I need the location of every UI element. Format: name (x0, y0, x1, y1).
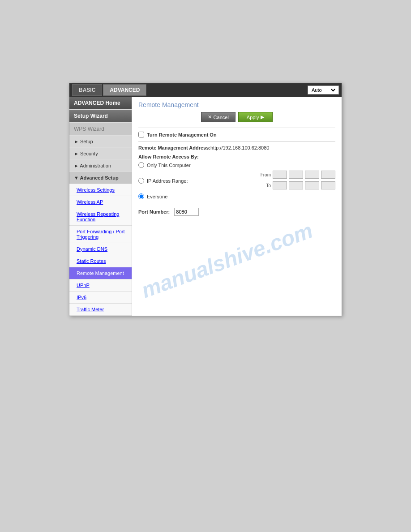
to-ip-4[interactable] (321, 181, 335, 189)
from-ip-4[interactable] (321, 171, 335, 179)
to-ip-2[interactable] (289, 181, 303, 189)
page-title: Remote Management (138, 101, 335, 108)
to-row: To (258, 181, 335, 189)
x-icon: ✕ (208, 114, 212, 120)
tab-bar: BASIC ADVANCED Auto English French Germa… (69, 83, 342, 97)
arrow-icon: ▶ (261, 114, 264, 120)
content-area: Remote Management ✕ Cancel Apply ▶ Turn … (132, 97, 342, 316)
sidebar-item-security[interactable]: ► Security (69, 148, 132, 160)
sidebar-item-advanced-home[interactable]: ADVANCED Home (69, 97, 132, 110)
sidebar-sub-ipv6[interactable]: IPv6 (69, 292, 132, 304)
sidebar-sub-dynamic-dns[interactable]: Dynamic DNS (69, 243, 132, 255)
ip-range-radio-row: IP Address Range: From To (138, 171, 335, 191)
cancel-label: Cancel (214, 115, 229, 120)
tab-basic[interactable]: BASIC (72, 84, 102, 96)
sidebar-item-administration[interactable]: ► Administration (69, 160, 132, 172)
from-ip-3[interactable] (305, 171, 319, 179)
sidebar-sub-wireless-repeating[interactable]: Wireless Repeating Function (69, 208, 132, 226)
port-input[interactable] (174, 208, 199, 216)
form-section: Turn Remote Management On Remote Managem… (138, 128, 335, 199)
tab-advanced[interactable]: ADVANCED (103, 84, 146, 96)
ip-range-radio[interactable] (138, 178, 144, 184)
from-ip-1[interactable] (273, 171, 287, 179)
sidebar-item-wps-wizard: WPS Wizard (69, 123, 132, 136)
from-row: From (258, 171, 335, 179)
remote-address-row: Remote Management Address: http://192.16… (138, 145, 335, 150)
ip-range-label: IP Address Range: (147, 178, 188, 184)
sidebar-item-setup-wizard[interactable]: Setup Wizard (69, 110, 132, 123)
watermark: manualshive.com (138, 218, 316, 302)
sidebar-sub-remote-management[interactable]: Remote Management (69, 267, 132, 279)
only-computer-label: Only This Computer (147, 163, 191, 168)
sidebar-sub-wireless-ap[interactable]: Wireless AP (69, 196, 132, 208)
everyone-row: Everyone (138, 193, 335, 199)
lang-dropdown[interactable]: Auto English French German (310, 87, 337, 93)
port-section: Port Number: (138, 204, 335, 216)
sidebar-item-setup[interactable]: ► Setup (69, 136, 132, 148)
port-label: Port Number: (138, 209, 170, 215)
everyone-label: Everyone (147, 194, 167, 199)
sidebar-sub-port-forwarding[interactable]: Port Forwarding / Port Triggering (69, 226, 132, 243)
sidebar-sub-upnp[interactable]: UPnP (69, 279, 132, 292)
cancel-button[interactable]: ✕ Cancel (201, 112, 235, 122)
sidebar-sub-static-routes[interactable]: Static Routes (69, 255, 132, 267)
lang-select-container[interactable]: Auto English French German (308, 86, 339, 94)
to-ip-3[interactable] (305, 181, 319, 189)
sidebar: ADVANCED Home Setup Wizard WPS Wizard ► … (69, 97, 132, 316)
from-ip-2[interactable] (289, 171, 303, 179)
remote-address-label: Remote Management Address: (138, 145, 210, 150)
to-ip-1[interactable] (273, 181, 287, 189)
main-layout: ADVANCED Home Setup Wizard WPS Wizard ► … (69, 97, 342, 316)
turn-remote-row: Turn Remote Management On (138, 132, 335, 142)
sidebar-sub-traffic-meter[interactable]: Traffic Meter (69, 304, 132, 316)
turn-remote-label: Turn Remote Management On (147, 132, 217, 137)
only-computer-row: Only This Computer (138, 162, 335, 168)
sidebar-sub-wireless-settings[interactable]: Wireless Settings (69, 184, 132, 196)
turn-remote-checkbox[interactable] (138, 132, 144, 137)
sidebar-item-advanced-setup[interactable]: ▼ Advanced Setup (69, 172, 132, 184)
apply-label: Apply (247, 115, 259, 120)
from-label: From (258, 172, 271, 177)
apply-button[interactable]: Apply ▶ (238, 112, 273, 122)
remote-address-value: http://192.168.100.62:8080 (210, 145, 270, 150)
only-computer-radio[interactable] (138, 162, 144, 168)
to-label: To (258, 183, 271, 188)
everyone-radio[interactable] (138, 193, 144, 199)
allow-label: Allow Remote Access By: (138, 154, 335, 159)
action-bar: ✕ Cancel Apply ▶ (138, 112, 335, 122)
